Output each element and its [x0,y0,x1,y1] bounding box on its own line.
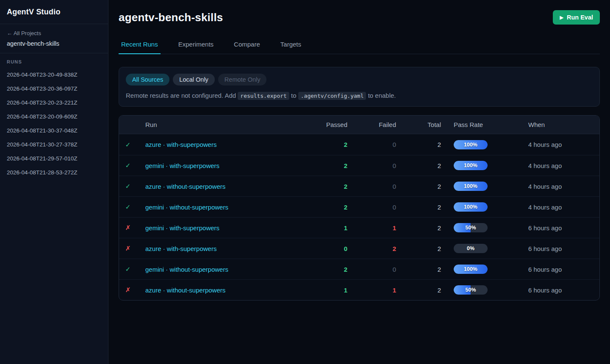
when-value: 6 hours ago [528,287,599,294]
pass-rate-label: 100% [454,182,488,191]
failed-count: 0 [347,141,396,148]
when-value: 6 hours ago [528,266,599,273]
pass-rate-label: 100% [454,265,488,274]
total-count: 2 [396,224,441,232]
failed-count: 0 [347,183,396,190]
pass-rate-badge: 100% [454,140,488,149]
note-text: to [289,92,298,99]
runs-section-label: RUNS [0,59,108,64]
pass-rate-label: 100% [454,161,488,170]
source-filter-chips: All SourcesLocal OnlyRemote Only [126,74,593,85]
failed-count: 2 [347,245,396,252]
sidebar-run-item[interactable]: 2026-04-08T21-29-57-010Z [0,152,108,165]
runs-list: 2026-04-08T23-20-49-838Z2026-04-08T23-20… [0,68,108,179]
filter-chip-all-sources[interactable]: All Sources [126,74,169,85]
pass-rate-badge: 100% [454,182,488,191]
table-row: ✓gemini · without-superpowers202100%4 ho… [119,196,599,217]
table-body: ✓azure · with-superpowers202100%4 hours … [119,134,599,300]
total-count: 2 [396,204,441,211]
fail-cross-icon: ✗ [119,286,137,294]
total-count: 2 [396,266,441,273]
table-row: ✓azure · without-superpowers202100%4 hou… [119,176,599,196]
tab-recent-runs[interactable]: Recent Runs [119,38,161,54]
run-link[interactable]: gemini · with-superpowers [137,224,301,232]
failed-count: 0 [347,204,396,211]
total-count: 2 [396,162,441,169]
run-link[interactable]: azure · with-superpowers [137,245,301,252]
pass-rate-badge: 100% [454,202,488,212]
table-row: ✓gemini · without-superpowers202100%6 ho… [119,259,599,279]
run-link[interactable]: gemini · without-superpowers [137,204,301,211]
filter-chip-remote-only: Remote Only [218,74,267,85]
sidebar-run-item[interactable]: 2026-04-08T23-20-36-097Z [0,82,108,96]
failed-count: 0 [347,162,396,169]
when-value: 6 hours ago [528,224,599,232]
run-link[interactable]: azure · with-superpowers [137,141,301,148]
pass-check-icon: ✓ [119,203,137,211]
page-title: agentv-bench-skills [119,11,223,24]
sidebar-run-item[interactable]: 2026-04-08T23-20-23-221Z [0,96,108,110]
fail-cross-icon: ✗ [119,245,137,252]
main-content: agentv-bench-skills ▶ Run Eval Recent Ru… [108,0,610,364]
when-value: 6 hours ago [528,245,599,252]
fail-cross-icon: ✗ [119,224,137,232]
runs-section: RUNS 2026-04-08T23-20-49-838Z2026-04-08T… [0,53,108,179]
passed-count: 2 [301,162,347,169]
column-header-pass-rate: Pass Rate [441,121,528,128]
sidebar-run-item[interactable]: 2026-04-08T23-20-09-609Z [0,110,108,124]
passed-count: 2 [301,204,347,211]
total-count: 2 [396,141,441,148]
play-icon: ▶ [560,15,563,20]
source-filter-card: All SourcesLocal OnlyRemote Only Remote … [119,67,600,107]
passed-count: 2 [301,183,347,190]
passed-count: 2 [301,141,347,148]
when-value: 4 hours ago [528,183,599,190]
run-link[interactable]: gemini · without-superpowers [137,266,301,273]
total-count: 2 [396,183,441,190]
sidebar-run-item[interactable]: 2026-04-08T23-20-49-838Z [0,68,108,82]
total-count: 2 [396,287,441,294]
run-link[interactable]: gemini · with-superpowers [137,162,301,169]
pass-rate-badge: 100% [454,265,488,274]
code-config-yaml: .agentv/config.yaml [298,92,366,100]
sidebar-project-name: agentv-bench-skills [7,40,101,47]
run-eval-button[interactable]: ▶ Run Eval [553,10,600,25]
runs-table: Run Passed Failed Total Pass Rate When ✓… [119,115,600,301]
when-value: 4 hours ago [528,204,599,211]
failed-count: 1 [347,224,396,232]
code-results-export: results.export [238,92,289,100]
pass-rate-label: 50% [454,285,488,295]
sidebar-run-item[interactable]: 2026-04-08T21-30-27-378Z [0,138,108,152]
filter-chip-local-only[interactable]: Local Only [173,74,215,85]
sidebar-run-item[interactable]: 2026-04-08T21-30-37-048Z [0,124,108,138]
table-row: ✗azure · with-superpowers0220%6 hours ag… [119,238,599,259]
tabs: Recent RunsExperimentsCompareTargets [119,38,600,54]
column-header-total: Total [396,121,441,128]
pass-rate-badge: 0% [454,244,488,253]
tab-compare[interactable]: Compare [231,38,263,54]
run-link[interactable]: azure · without-superpowers [137,183,301,190]
run-eval-label: Run Eval [567,14,593,21]
failed-count: 1 [347,287,396,294]
passed-count: 1 [301,287,347,294]
passed-count: 0 [301,245,347,252]
run-link[interactable]: azure · without-superpowers [137,287,301,294]
sidebar-run-item[interactable]: 2026-04-08T21-28-53-272Z [0,165,108,179]
table-row: ✗gemini · with-superpowers11250%6 hours … [119,217,599,238]
note-text: to enable. [366,92,396,99]
pass-check-icon: ✓ [119,141,137,149]
total-count: 2 [396,245,441,252]
project-block: ← All Projects agentv-bench-skills [0,24,108,53]
sidebar-header: AgentV Studio [0,0,108,24]
pass-check-icon: ✓ [119,182,137,190]
column-header-passed: Passed [301,121,347,128]
all-projects-back-link[interactable]: ← All Projects [7,30,101,36]
table-row: ✗azure · without-superpowers11250%6 hour… [119,279,599,300]
column-header-failed: Failed [347,121,396,128]
tab-targets[interactable]: Targets [278,38,304,54]
table-row: ✓gemini · with-superpowers202100%4 hours… [119,155,599,176]
pass-check-icon: ✓ [119,265,137,273]
pass-rate-badge: 50% [454,285,488,295]
tab-experiments[interactable]: Experiments [176,38,216,54]
failed-count: 0 [347,266,396,273]
